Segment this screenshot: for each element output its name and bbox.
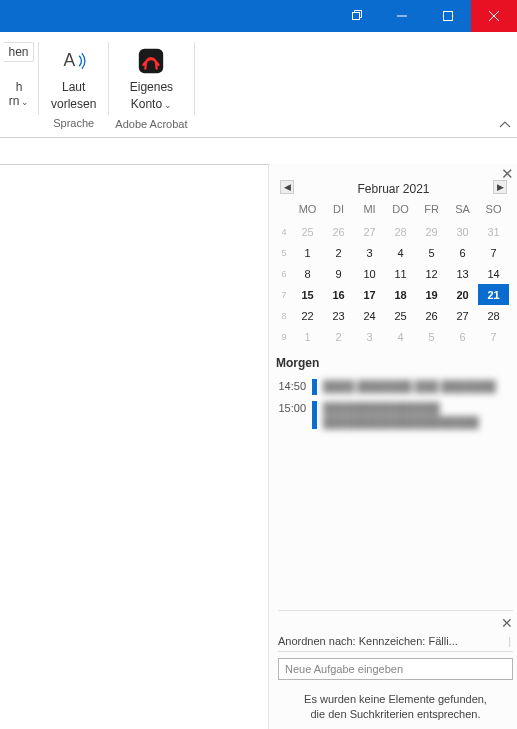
- svg-text:A: A: [63, 50, 75, 70]
- calendar-next-button[interactable]: ▶: [493, 180, 507, 194]
- calendar-day[interactable]: 5: [416, 326, 447, 347]
- ribbon: hen h rn⌄ A Laut vorlesen Sprache Eigene: [0, 32, 517, 138]
- calendar-day[interactable]: 28: [478, 305, 509, 326]
- restore-icon: [350, 10, 362, 22]
- calendar-day[interactable]: 8: [292, 263, 323, 284]
- calendar-day[interactable]: 18: [385, 284, 416, 305]
- agenda-color-bar: [312, 401, 317, 429]
- ribbon-partial-group: hen h rn⌄: [0, 36, 38, 137]
- calendar-week-number: 7: [278, 284, 292, 305]
- calendar-day[interactable]: 1: [292, 242, 323, 263]
- calendar-day[interactable]: 16: [323, 284, 354, 305]
- calendar-day[interactable]: 27: [447, 305, 478, 326]
- calendar-day[interactable]: 2: [323, 242, 354, 263]
- calendar-day[interactable]: 29: [416, 221, 447, 242]
- agenda-subject: ███████████████ ████████████████████: [323, 401, 511, 429]
- calendar-day[interactable]: 28: [385, 221, 416, 242]
- calendar-day[interactable]: 5: [416, 242, 447, 263]
- agenda-color-bar: [312, 379, 317, 395]
- acrobat-label-1: Eigenes: [130, 80, 173, 95]
- agenda-heading: Morgen: [276, 356, 511, 370]
- calendar-day-header: SA: [447, 200, 478, 221]
- close-tasks-button[interactable]: ✕: [501, 615, 513, 631]
- calendar-day[interactable]: 25: [292, 221, 323, 242]
- calendar-day[interactable]: 9: [323, 263, 354, 284]
- calendar-day[interactable]: 17: [354, 284, 385, 305]
- calendar-day[interactable]: 4: [385, 242, 416, 263]
- calendar-day[interactable]: 1: [292, 326, 323, 347]
- calendar-day[interactable]: 3: [354, 326, 385, 347]
- restore-down-extra-button[interactable]: [333, 0, 379, 32]
- calendar-day[interactable]: 22: [292, 305, 323, 326]
- calendar-day[interactable]: 24: [354, 305, 385, 326]
- calendar-day[interactable]: 7: [478, 242, 509, 263]
- agenda-item[interactable]: 15:00███████████████ ███████████████████…: [276, 398, 511, 432]
- window-titlebar: [0, 0, 517, 32]
- chevron-up-icon: [499, 120, 511, 130]
- reading-pane: [0, 164, 269, 729]
- ribbon-separator: [194, 42, 195, 115]
- minimize-icon: [396, 10, 408, 22]
- calendar-week-number: 9: [278, 326, 292, 347]
- tasks-empty-message: Es wurden keine Elemente gefunden,die de…: [278, 692, 513, 722]
- calendar-week-number: 6: [278, 263, 292, 284]
- calendar-corner: [278, 200, 292, 221]
- close-button[interactable]: [471, 0, 517, 32]
- acrobat-account-button[interactable]: Eigenes Konto⌄: [124, 38, 179, 115]
- calendar-day[interactable]: 27: [354, 221, 385, 242]
- calendar-day[interactable]: 6: [447, 242, 478, 263]
- tasks-pane: ✕ Anordnen nach: Kennzeichen: Fälli... |…: [278, 610, 513, 723]
- calendar-day-header: DI: [323, 200, 354, 221]
- new-task-input[interactable]: Neue Aufgabe eingeben: [278, 658, 513, 680]
- calendar-day[interactable]: 19: [416, 284, 447, 305]
- read-aloud-label-1: Laut: [62, 80, 85, 95]
- calendar-day[interactable]: 26: [416, 305, 447, 326]
- ribbon-group-sprache: A Laut vorlesen Sprache: [39, 36, 108, 137]
- read-aloud-icon: A: [60, 44, 88, 78]
- calendar-week-number: 5: [278, 242, 292, 263]
- arrange-by-header[interactable]: Anordnen nach: Kennzeichen: Fälli... |: [278, 635, 513, 652]
- maximize-icon: [442, 10, 454, 22]
- calendar-day[interactable]: 10: [354, 263, 385, 284]
- svg-rect-6: [139, 49, 163, 73]
- calendar-prev-button[interactable]: ◀: [280, 180, 294, 194]
- calendar-day[interactable]: 15: [292, 284, 323, 305]
- agenda-time: 15:00: [276, 401, 312, 414]
- calendar-day-header: DO: [385, 200, 416, 221]
- calendar-day[interactable]: 13: [447, 263, 478, 284]
- minimize-button[interactable]: [379, 0, 425, 32]
- agenda-time: 14:50: [276, 379, 312, 392]
- partial-button-frag-1[interactable]: hen: [4, 42, 33, 62]
- group-label-acrobat: Adobe Acrobat: [115, 115, 187, 135]
- content-area: ✕ ◀ Februar 2021 ▶ MODIMIDOFRSASO4252627…: [0, 164, 517, 729]
- calendar-day[interactable]: 3: [354, 242, 385, 263]
- acrobat-label-2: Konto⌄: [131, 97, 172, 113]
- close-icon: [488, 10, 500, 22]
- calendar-day-header: SO: [478, 200, 509, 221]
- group-label-sprache: Sprache: [53, 114, 94, 134]
- calendar-day[interactable]: 7: [478, 326, 509, 347]
- mini-calendar: ◀ Februar 2021 ▶ MODIMIDOFRSASO425262728…: [278, 178, 509, 347]
- partial-button-frag-2[interactable]: h: [16, 80, 23, 94]
- agenda-item[interactable]: 14:50████ ███████ ███ ███████: [276, 376, 511, 398]
- calendar-week-number: 8: [278, 305, 292, 326]
- read-aloud-button[interactable]: A Laut vorlesen: [45, 38, 102, 114]
- calendar-day[interactable]: 26: [323, 221, 354, 242]
- maximize-button[interactable]: [425, 0, 471, 32]
- calendar-day[interactable]: 25: [385, 305, 416, 326]
- partial-button-frag-3[interactable]: rn⌄: [9, 94, 30, 109]
- calendar-day[interactable]: 6: [447, 326, 478, 347]
- calendar-day[interactable]: 23: [323, 305, 354, 326]
- read-aloud-label-2: vorlesen: [51, 97, 96, 112]
- calendar-day[interactable]: 20: [447, 284, 478, 305]
- collapse-ribbon-button[interactable]: [499, 119, 511, 133]
- calendar-day[interactable]: 2: [323, 326, 354, 347]
- calendar-day[interactable]: 12: [416, 263, 447, 284]
- calendar-day[interactable]: 4: [385, 326, 416, 347]
- calendar-day[interactable]: 31: [478, 221, 509, 242]
- agenda: Morgen 14:50████ ███████ ███ ███████15:0…: [276, 356, 511, 432]
- calendar-day[interactable]: 30: [447, 221, 478, 242]
- calendar-day[interactable]: 14: [478, 263, 509, 284]
- calendar-day[interactable]: 21: [478, 284, 509, 305]
- calendar-day[interactable]: 11: [385, 263, 416, 284]
